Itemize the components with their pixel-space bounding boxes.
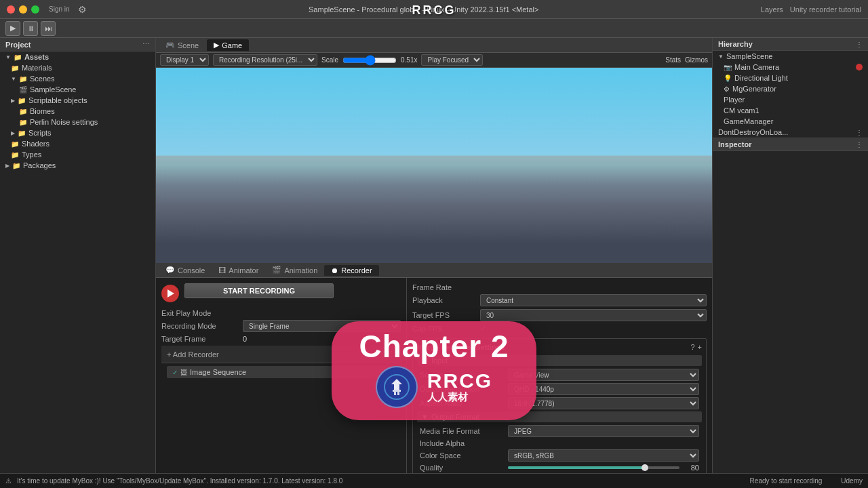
aspect-ratio-select[interactable]: 16:9 (1.7778): [508, 397, 699, 409]
recording-mode-select[interactable]: Single Frame: [243, 320, 401, 332]
quality-row: Quality 80: [417, 464, 702, 472]
hierarchy-main-camera[interactable]: 📷 Main Camera: [713, 62, 868, 73]
sidebar-item-samplescene[interactable]: 🎬 SampleScene: [0, 84, 155, 95]
input-label: Input: [431, 357, 448, 365]
stats-btn[interactable]: Stats: [665, 56, 681, 64]
player-label: Player: [724, 96, 745, 104]
hierarchy-dont-destroy[interactable]: DontDestroyOnLoa... ⋮: [713, 127, 868, 138]
recording-resolution-dropdown[interactable]: Recording Resolution (25i...: [213, 54, 317, 66]
sidebar-item-packages[interactable]: ▶ 📁 Packages: [0, 160, 155, 171]
scene-tab-label: Scene: [178, 41, 199, 49]
unity-recorder-label: Unity recorder tutorial: [790, 5, 861, 14]
tab-animation[interactable]: 🎬 Animation: [265, 264, 324, 276]
tab-game[interactable]: ▶ Game: [207, 39, 249, 51]
scale-value: 0.51x: [401, 56, 417, 64]
sign-in-label[interactable]: Sign in: [49, 5, 70, 13]
play-focused-dropdown[interactable]: Play Focused: [421, 54, 483, 66]
sidebar-item-materials[interactable]: 📁 Materials: [0, 62, 155, 73]
animation-label: Animation: [284, 266, 317, 274]
left-sidebar: Project ⋯ ▼ 📁 Assets 📁 Materials ▼ 📁 Sce…: [0, 38, 156, 473]
tab-recorder[interactable]: ⏺ Recorder: [324, 265, 378, 276]
types-folder-icon: 📁: [11, 151, 19, 159]
recorder-options-icon[interactable]: ⋮: [388, 350, 395, 359]
target-frame-value: 0: [243, 335, 401, 343]
camera-icon: 📷: [724, 64, 732, 71]
exit-play-mode-label: Exit Play Mode: [161, 309, 243, 317]
hierarchy-cm-vcam1[interactable]: CM vcam1: [713, 105, 868, 116]
maximize-button[interactable]: [31, 5, 39, 14]
scenes-label: Scenes: [30, 75, 55, 83]
scale-slider[interactable]: [342, 56, 397, 64]
tab-animator[interactable]: 🎞 Animator: [212, 265, 265, 276]
hierarchy-game-manager[interactable]: GameManager: [713, 116, 868, 127]
title-bar: Sign in ⚙ SampleScene - Procedural glob.…: [0, 0, 868, 19]
step-button[interactable]: ⏭: [41, 21, 56, 36]
playback-select[interactable]: Constant: [480, 294, 707, 306]
image-icon: 🖼: [180, 369, 187, 376]
main-layout: Project ⋯ ▼ 📁 Assets 📁 Materials ▼ 📁 Sce…: [0, 38, 868, 473]
quality-slider-thumb[interactable]: [642, 464, 648, 471]
inspector-options-icon[interactable]: ⋮: [856, 141, 863, 148]
play-button[interactable]: ▶: [5, 21, 20, 36]
sidebar-item-scripts[interactable]: ▶ 📁 Scripts: [0, 127, 155, 138]
sidebar-item-types[interactable]: 📁 Types: [0, 149, 155, 160]
samplescene-label: SampleScene: [30, 85, 77, 94]
project-options-icon[interactable]: ⋯: [142, 40, 150, 49]
hierarchy-samplescene[interactable]: ▼ SampleScene: [713, 51, 868, 62]
tab-console[interactable]: 💬 Console: [159, 264, 212, 276]
materials-label: Materials: [22, 64, 52, 72]
settings-help-icon[interactable]: ?: [690, 343, 694, 351]
camera-indicator: [856, 64, 863, 70]
packages-expand-icon: ▶: [5, 163, 9, 169]
dont-destroy-options[interactable]: ⋮: [856, 129, 863, 136]
sidebar-item-scenes[interactable]: ▼ 📁 Scenes: [0, 73, 155, 84]
target-fps-select[interactable]: 30: [480, 309, 707, 321]
sidebar-item-perlin[interactable]: 📁 Perlin Noise settings: [0, 117, 155, 127]
settings-add-icon[interactable]: +: [698, 343, 702, 351]
scene-game-tabs: 🎮 Scene ▶ Game: [156, 38, 712, 53]
pause-button[interactable]: ⏸: [23, 21, 38, 36]
hierarchy-mg-generator[interactable]: ⚙ MgGenerator: [713, 83, 868, 94]
hierarchy-directional-light[interactable]: 💡 Directional Light: [713, 73, 868, 83]
hierarchy-player[interactable]: Player: [713, 94, 868, 105]
console-icon: 💬: [165, 266, 175, 274]
sidebar-item-assets[interactable]: ▼ 📁 Assets: [0, 52, 155, 62]
display-dropdown[interactable]: Display 1: [160, 54, 209, 66]
cap-fps-check: ✓: [480, 324, 486, 333]
add-recorder-bar: + Add Recorder ⋮: [161, 346, 401, 363]
sidebar-item-shaders[interactable]: 📁 Shaders: [0, 138, 155, 149]
terrain-svg: [156, 68, 712, 263]
materials-folder-icon: 📁: [11, 64, 19, 72]
tab-scene[interactable]: 🎮 Scene: [159, 39, 205, 51]
scene-icon: 🎮: [165, 41, 175, 49]
warning-icon: ⚠: [5, 477, 12, 485]
recorder-left: START RECORDING Exit Play Mode Recording…: [156, 278, 407, 473]
window-title: SampleScene - Procedural glob... - Linux…: [87, 5, 761, 14]
output-resolution-select[interactable]: QHD - 1440p: [508, 383, 699, 395]
source-select[interactable]: Game View: [508, 369, 699, 381]
settings-icon[interactable]: ⚙: [78, 4, 87, 15]
target-frame-row: Target Frame 0: [161, 335, 401, 343]
packages-folder-icon: 📁: [12, 162, 20, 169]
gizmos-btn[interactable]: Gizmos: [685, 56, 708, 64]
hierarchy-options-icon[interactable]: ⋮: [856, 41, 863, 48]
scriptable-expand-icon: ▶: [11, 98, 15, 104]
inspector-panel: Inspector ⋮: [713, 138, 868, 473]
color-space-label: Color Space: [420, 451, 508, 460]
mg-generator-label: MgGenerator: [732, 85, 776, 93]
start-recording-button[interactable]: START RECORDING: [184, 283, 334, 298]
game-manager-label: GameManager: [724, 117, 773, 125]
add-recorder-button[interactable]: + Add Recorder: [167, 350, 219, 359]
close-button[interactable]: [7, 5, 15, 14]
recorder-item-image-sequence[interactable]: ✓ 🖼 Image Sequence: [167, 366, 395, 378]
sidebar-item-scriptable[interactable]: ▶ 📁 Scriptable objects: [0, 95, 155, 106]
media-file-select[interactable]: JPEG: [508, 425, 699, 437]
color-space-select[interactable]: sRGB, sRGB: [508, 449, 699, 462]
output-format-section: ▼ Output Format: [417, 411, 702, 422]
inspector-title: Inspector: [718, 140, 752, 148]
minimize-button[interactable]: [19, 5, 27, 14]
sidebar-item-biomes[interactable]: 📁 Biomes: [0, 106, 155, 117]
frame-rate-label: Frame Rate: [412, 283, 480, 291]
recorder-icon: ⏺: [331, 266, 338, 274]
quality-value: 80: [682, 464, 699, 472]
